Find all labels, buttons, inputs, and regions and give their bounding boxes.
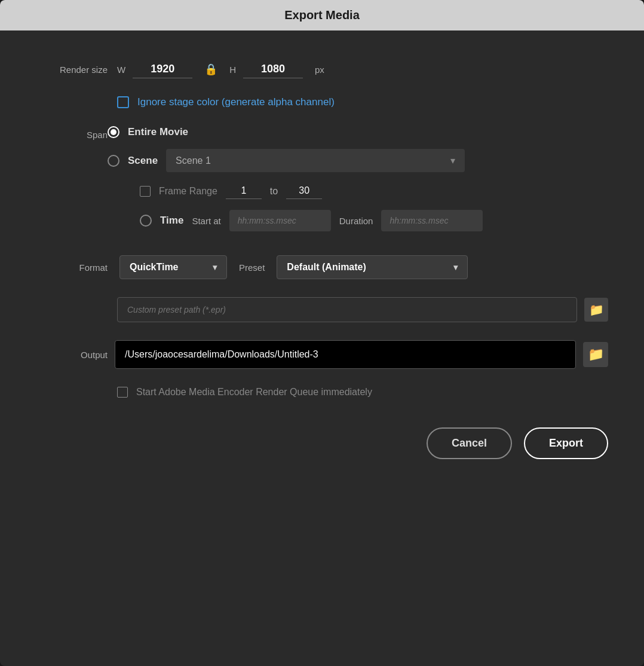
start-at-input[interactable] [229, 210, 331, 231]
ame-checkbox[interactable] [117, 387, 128, 398]
frame-range-row: Frame Range to [140, 183, 608, 199]
scene-radio[interactable] [108, 155, 119, 167]
span-label: Span [36, 126, 108, 231]
preset-label: Preset [239, 262, 265, 273]
scene-label: Scene [128, 155, 158, 167]
custom-preset-input[interactable] [117, 297, 577, 322]
lock-icon: 🔒 [204, 63, 217, 76]
scene-dropdown-arrow: ▾ [450, 155, 455, 166]
preset-dropdown[interactable]: Default (Animate) ▾ [277, 255, 468, 279]
span-section: Span Entire Movie Scene Scene 1 ▾ [36, 126, 608, 231]
entire-movie-row: Entire Movie [108, 126, 608, 138]
format-label: Format [36, 262, 108, 273]
time-radio[interactable] [140, 215, 152, 227]
format-arrow-icon: ▾ [213, 262, 217, 272]
folder-icon: 📁 [589, 303, 604, 317]
format-dropdown[interactable]: QuickTime ▾ [119, 255, 227, 279]
render-size-fields: W 🔒 H px [117, 60, 324, 78]
render-size-label: Render size [36, 65, 108, 75]
custom-preset-row: 📁 [117, 297, 608, 322]
format-value: QuickTime [130, 262, 179, 273]
ame-label: Start Adobe Media Encoder Render Queue i… [136, 387, 372, 398]
scene-dropdown[interactable]: Scene 1 ▾ [166, 149, 465, 172]
h-letter: H [229, 65, 236, 75]
render-size-row: Render size W 🔒 H px [36, 60, 608, 78]
width-input[interactable] [133, 60, 192, 78]
ame-row: Start Adobe Media Encoder Render Queue i… [117, 387, 608, 398]
entire-movie-label: Entire Movie [128, 126, 188, 138]
export-button[interactable]: Export [524, 427, 608, 459]
ignore-stage-checkbox[interactable] [117, 96, 129, 108]
ignore-stage-row: Ignore stage color (generate alpha chann… [117, 96, 608, 108]
custom-preset-folder-button[interactable]: 📁 [584, 298, 608, 322]
frame-start-input[interactable] [226, 183, 262, 199]
dialog-title: Export Media [12, 8, 632, 22]
output-path-input[interactable] [115, 340, 576, 369]
cancel-button[interactable]: Cancel [427, 427, 512, 459]
output-folder-button[interactable]: 📁 [583, 342, 608, 367]
output-row: Output 📁 [36, 340, 608, 369]
output-label: Output [36, 350, 108, 360]
ignore-stage-label[interactable]: Ignore stage color (generate alpha chann… [137, 96, 335, 108]
frame-range-label: Frame Range [159, 186, 217, 197]
time-label: Time [160, 215, 183, 227]
frame-range-checkbox[interactable] [140, 186, 151, 197]
title-bar: Export Media [0, 0, 644, 30]
scene-row: Scene Scene 1 ▾ [108, 149, 608, 172]
frame-end-input[interactable] [286, 183, 322, 199]
output-folder-icon: 📁 [588, 347, 604, 362]
duration-label: Duration [339, 216, 373, 226]
preset-value: Default (Animate) [287, 262, 366, 273]
format-row: Format QuickTime ▾ Preset Default (Anima… [36, 255, 608, 279]
scene-dropdown-value: Scene 1 [176, 155, 211, 166]
export-media-dialog: Export Media Render size W 🔒 H px Ignore… [0, 0, 644, 666]
time-row: Time Start at Duration [140, 210, 608, 231]
button-row: Cancel Export [36, 427, 608, 471]
start-at-label: Start at [192, 216, 220, 226]
px-label: px [315, 65, 324, 75]
height-input[interactable] [243, 60, 303, 78]
to-label: to [270, 186, 278, 197]
entire-movie-radio[interactable] [108, 126, 119, 138]
duration-input[interactable] [381, 210, 483, 231]
w-letter: W [117, 65, 125, 75]
span-options: Entire Movie Scene Scene 1 ▾ Frame Range [108, 126, 608, 231]
preset-arrow-icon: ▾ [453, 262, 458, 272]
